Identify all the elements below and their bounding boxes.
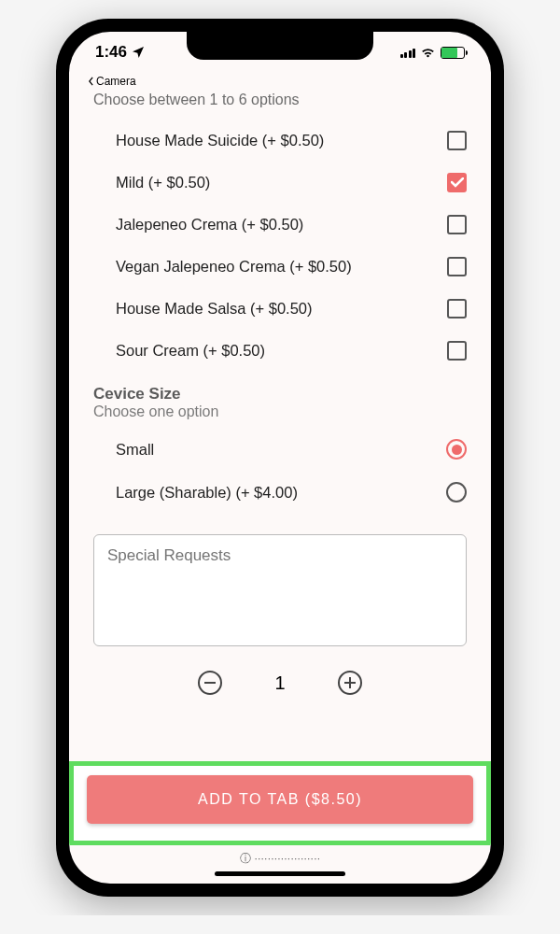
wifi-icon: [420, 47, 436, 59]
quantity-value: 1: [274, 672, 285, 694]
addons-hint: Choose between 1 to 6 options: [93, 92, 467, 108]
size-radio[interactable]: [446, 439, 467, 460]
size-row[interactable]: Small: [93, 428, 467, 471]
addon-checkbox[interactable]: [447, 173, 467, 192]
add-to-tab-button[interactable]: ADD TO TAB ($8.50): [87, 775, 473, 824]
addon-checkbox[interactable]: [447, 215, 467, 234]
addon-label: Vegan Jalepeneo Crema (+ $0.50): [93, 258, 352, 276]
addon-row[interactable]: Vegan Jalepeneo Crema (+ $0.50): [93, 246, 467, 288]
special-requests-input[interactable]: [93, 534, 467, 646]
notch: [187, 32, 373, 60]
decrement-button[interactable]: [198, 671, 222, 695]
status-time: 1:46: [95, 43, 127, 62]
plus-icon: [344, 677, 356, 688]
size-label: Small: [93, 441, 154, 459]
addon-row[interactable]: House Made Salsa (+ $0.50): [93, 288, 467, 330]
addon-row[interactable]: Jalepeneo Crema (+ $0.50): [93, 204, 467, 246]
increment-button[interactable]: [338, 671, 362, 695]
cta-highlight-box: ADD TO TAB ($8.50): [69, 761, 491, 845]
minus-icon: [204, 682, 216, 684]
size-title: Cevice Size: [93, 385, 467, 403]
addon-label: Sour Cream (+ $0.50): [93, 342, 265, 360]
size-hint: Choose one option: [93, 403, 467, 420]
screen: 1:46 Camera Choose between 1 to 6 option…: [69, 32, 491, 884]
location-arrow-icon: [131, 45, 146, 60]
chevron-left-icon: [88, 77, 94, 86]
back-app-label: Camera: [96, 75, 136, 88]
size-radio[interactable]: [446, 482, 467, 502]
signal-icon: [400, 48, 416, 58]
battery-icon: [441, 47, 465, 59]
addon-row[interactable]: Sour Cream (+ $0.50): [93, 330, 467, 372]
back-to-app[interactable]: Camera: [69, 73, 491, 88]
svg-rect-0: [204, 682, 216, 684]
check-icon: [451, 177, 464, 188]
size-label: Large (Sharable) (+ $4.00): [93, 484, 298, 502]
addon-checkbox[interactable]: [447, 299, 467, 318]
size-list: SmallLarge (Sharable) (+ $4.00): [93, 428, 467, 514]
addon-checkbox[interactable]: [447, 341, 467, 361]
addon-label: Mild (+ $0.50): [93, 174, 210, 191]
quantity-stepper: 1: [93, 671, 467, 695]
phone-frame: 1:46 Camera Choose between 1 to 6 option…: [56, 19, 504, 897]
addon-label: House Made Salsa (+ $0.50): [93, 300, 313, 318]
home-indicator[interactable]: [215, 871, 345, 876]
addon-label: House Made Suicide (+ $0.50): [93, 132, 324, 149]
addon-label: Jalepeneo Crema (+ $0.50): [93, 216, 303, 234]
footer-attribution: ⓘ ····················: [69, 845, 491, 884]
addon-row[interactable]: Mild (+ $0.50): [93, 162, 467, 204]
addon-row[interactable]: House Made Suicide (+ $0.50): [93, 120, 467, 162]
addon-checkbox[interactable]: [447, 257, 467, 276]
addon-checkbox[interactable]: [447, 131, 467, 150]
size-row[interactable]: Large (Sharable) (+ $4.00): [93, 471, 467, 514]
content-scroll[interactable]: Choose between 1 to 6 options House Made…: [69, 88, 491, 761]
addons-list: House Made Suicide (+ $0.50)Mild (+ $0.5…: [93, 120, 467, 372]
